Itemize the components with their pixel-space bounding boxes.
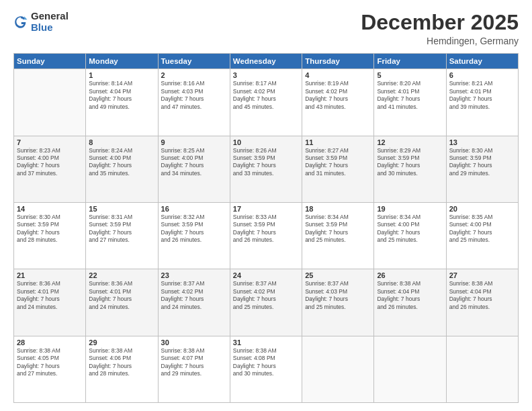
sunset-text: Sunset: 4:03 PM xyxy=(305,288,371,295)
daylight-minutes-text: and 27 minutes. xyxy=(17,370,83,377)
day-number: 1 xyxy=(89,71,154,79)
day-info: Sunrise: 8:38 AMSunset: 4:08 PMDaylight:… xyxy=(233,347,299,378)
calendar-header-row: Sunday Monday Tuesday Wednesday Thursday… xyxy=(14,54,519,69)
location-subtitle: Hemdingen, Germany xyxy=(361,36,519,46)
sunset-text: Sunset: 4:04 PM xyxy=(377,288,443,295)
daylight-text: Daylight: 7 hours xyxy=(161,295,227,303)
table-row: 8Sunrise: 8:24 AMSunset: 4:00 PMDaylight… xyxy=(86,136,158,202)
table-row: 18Sunrise: 8:34 AMSunset: 3:59 PMDayligh… xyxy=(302,202,374,269)
sunset-text: Sunset: 4:06 PM xyxy=(89,355,154,362)
daylight-minutes-text: and 37 minutes. xyxy=(17,170,83,177)
table-row: 30Sunrise: 8:38 AMSunset: 4:07 PMDayligh… xyxy=(158,336,230,402)
day-number: 6 xyxy=(449,71,515,79)
day-info: Sunrise: 8:31 AMSunset: 3:59 PMDaylight:… xyxy=(89,214,154,244)
calendar-week-row: 28Sunrise: 8:38 AMSunset: 4:05 PMDayligh… xyxy=(14,336,519,402)
table-row: 7Sunrise: 8:23 AMSunset: 4:00 PMDaylight… xyxy=(14,136,86,202)
day-number: 12 xyxy=(377,138,443,146)
day-number: 3 xyxy=(233,71,299,79)
sunset-text: Sunset: 3:59 PM xyxy=(305,154,371,162)
header: General Blue December 2025 Hemdingen, Ge… xyxy=(13,11,519,46)
day-number: 27 xyxy=(449,271,515,279)
sunrise-text: Sunrise: 8:37 AM xyxy=(161,280,227,287)
day-number: 4 xyxy=(305,71,371,79)
day-info: Sunrise: 8:38 AMSunset: 4:04 PMDaylight:… xyxy=(377,280,443,311)
day-number: 16 xyxy=(161,205,227,213)
daylight-minutes-text: and 27 minutes. xyxy=(89,236,154,244)
daylight-text: Daylight: 7 hours xyxy=(89,363,154,370)
table-row xyxy=(14,69,86,136)
sunrise-text: Sunrise: 8:38 AM xyxy=(17,347,83,355)
sunrise-text: Sunrise: 8:20 AM xyxy=(377,80,443,87)
logo-blue-text: Blue xyxy=(31,22,69,34)
sunrise-text: Sunrise: 8:29 AM xyxy=(377,147,443,154)
col-thursday: Thursday xyxy=(302,54,374,69)
table-row: 28Sunrise: 8:38 AMSunset: 4:05 PMDayligh… xyxy=(14,336,86,402)
daylight-text: Daylight: 7 hours xyxy=(89,229,154,236)
sunset-text: Sunset: 4:00 PM xyxy=(449,221,515,228)
sunset-text: Sunset: 4:02 PM xyxy=(161,288,227,295)
day-info: Sunrise: 8:29 AMSunset: 3:59 PMDaylight:… xyxy=(377,147,443,178)
day-info: Sunrise: 8:35 AMSunset: 4:00 PMDaylight:… xyxy=(449,214,515,244)
day-number: 7 xyxy=(17,138,83,146)
sunset-text: Sunset: 3:59 PM xyxy=(233,221,299,228)
sunrise-text: Sunrise: 8:30 AM xyxy=(17,214,83,221)
day-number: 17 xyxy=(233,205,299,213)
day-info: Sunrise: 8:24 AMSunset: 4:00 PMDaylight:… xyxy=(89,147,154,178)
calendar-week-row: 1Sunrise: 8:14 AMSunset: 4:04 PMDaylight… xyxy=(14,69,519,136)
daylight-minutes-text: and 25 minutes. xyxy=(305,236,371,244)
table-row: 14Sunrise: 8:30 AMSunset: 3:59 PMDayligh… xyxy=(14,202,86,269)
sunrise-text: Sunrise: 8:19 AM xyxy=(305,80,371,87)
day-number: 20 xyxy=(449,205,515,213)
table-row: 29Sunrise: 8:38 AMSunset: 4:06 PMDayligh… xyxy=(86,336,158,402)
sunset-text: Sunset: 4:01 PM xyxy=(17,288,83,295)
sunrise-text: Sunrise: 8:38 AM xyxy=(89,347,154,355)
daylight-text: Daylight: 7 hours xyxy=(17,295,83,303)
daylight-text: Daylight: 7 hours xyxy=(449,162,515,169)
daylight-minutes-text: and 24 minutes. xyxy=(17,304,83,311)
table-row: 19Sunrise: 8:34 AMSunset: 4:00 PMDayligh… xyxy=(374,202,446,269)
day-info: Sunrise: 8:30 AMSunset: 3:59 PMDaylight:… xyxy=(17,214,83,244)
daylight-minutes-text: and 29 minutes. xyxy=(161,370,227,377)
sunset-text: Sunset: 3:59 PM xyxy=(377,154,443,162)
day-info: Sunrise: 8:34 AMSunset: 3:59 PMDaylight:… xyxy=(305,214,371,244)
sunrise-text: Sunrise: 8:34 AM xyxy=(377,214,443,221)
sunset-text: Sunset: 4:00 PM xyxy=(17,154,83,162)
sunrise-text: Sunrise: 8:14 AM xyxy=(89,80,154,87)
sunrise-text: Sunrise: 8:16 AM xyxy=(161,80,227,87)
daylight-text: Daylight: 7 hours xyxy=(377,162,443,169)
day-info: Sunrise: 8:36 AMSunset: 4:01 PMDaylight:… xyxy=(89,280,154,311)
daylight-text: Daylight: 7 hours xyxy=(233,162,299,169)
daylight-text: Daylight: 7 hours xyxy=(233,363,299,370)
day-number: 23 xyxy=(161,271,227,279)
day-info: Sunrise: 8:27 AMSunset: 3:59 PMDaylight:… xyxy=(305,147,371,178)
day-number: 30 xyxy=(161,338,227,347)
col-friday: Friday xyxy=(374,54,446,69)
day-info: Sunrise: 8:17 AMSunset: 4:02 PMDaylight:… xyxy=(233,80,299,111)
table-row: 12Sunrise: 8:29 AMSunset: 3:59 PMDayligh… xyxy=(374,136,446,202)
daylight-text: Daylight: 7 hours xyxy=(305,162,371,169)
sunrise-text: Sunrise: 8:37 AM xyxy=(233,280,299,287)
calendar-week-row: 14Sunrise: 8:30 AMSunset: 3:59 PMDayligh… xyxy=(14,202,519,269)
month-title: December 2025 xyxy=(361,11,519,34)
sunrise-text: Sunrise: 8:23 AM xyxy=(17,147,83,154)
daylight-minutes-text: and 28 minutes. xyxy=(89,370,154,377)
daylight-minutes-text: and 26 minutes. xyxy=(449,304,515,311)
sunset-text: Sunset: 3:59 PM xyxy=(233,154,299,162)
table-row: 6Sunrise: 8:21 AMSunset: 4:01 PMDaylight… xyxy=(446,69,518,136)
sunrise-text: Sunrise: 8:17 AM xyxy=(233,80,299,87)
sunrise-text: Sunrise: 8:36 AM xyxy=(89,280,154,287)
daylight-minutes-text: and 25 minutes. xyxy=(377,236,443,244)
day-number: 10 xyxy=(233,138,299,146)
daylight-text: Daylight: 7 hours xyxy=(377,95,443,103)
day-info: Sunrise: 8:20 AMSunset: 4:01 PMDaylight:… xyxy=(377,80,443,111)
day-info: Sunrise: 8:36 AMSunset: 4:01 PMDaylight:… xyxy=(17,280,83,311)
sunset-text: Sunset: 4:02 PM xyxy=(233,288,299,295)
daylight-minutes-text: and 45 minutes. xyxy=(233,103,299,111)
daylight-text: Daylight: 7 hours xyxy=(449,295,515,303)
sunset-text: Sunset: 3:59 PM xyxy=(17,221,83,228)
logo: General Blue xyxy=(13,11,69,33)
daylight-minutes-text: and 30 minutes. xyxy=(233,370,299,377)
daylight-text: Daylight: 7 hours xyxy=(305,95,371,103)
daylight-text: Daylight: 7 hours xyxy=(449,229,515,236)
day-number: 14 xyxy=(17,205,83,213)
